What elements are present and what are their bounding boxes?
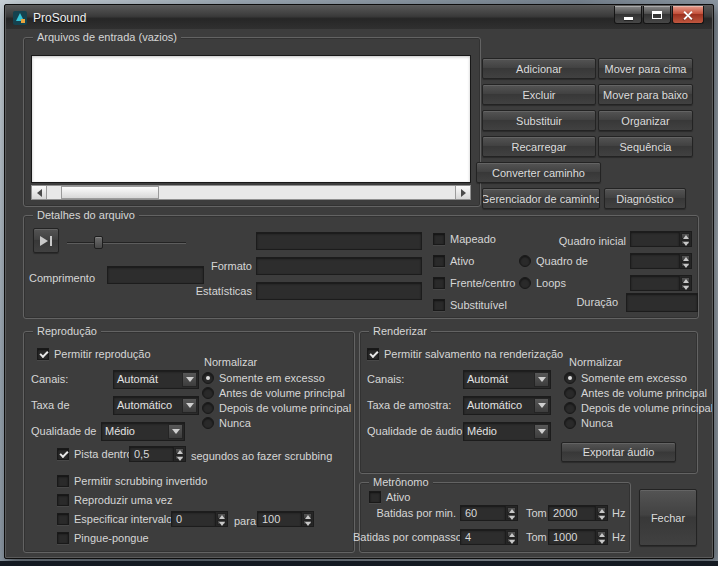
spinner-up-icon[interactable]	[681, 233, 690, 239]
listbox-hscrollbar[interactable]	[31, 185, 471, 200]
scrub-seconds-input[interactable]: 0,5	[129, 446, 173, 462]
range-from-spinner[interactable]: 0	[171, 511, 228, 527]
reload-button[interactable]: Recarregar	[482, 136, 596, 157]
render-normalize-before-radio[interactable]	[564, 387, 576, 399]
spinner-up-icon[interactable]	[175, 448, 184, 454]
front-center-checkbox[interactable]	[433, 277, 445, 289]
titlebar[interactable]: ProSound	[6, 6, 712, 29]
spinner-down-icon[interactable]	[597, 514, 606, 520]
app-icon[interactable]	[13, 11, 27, 25]
loops-radio[interactable]	[519, 277, 531, 289]
format-field[interactable]	[256, 257, 422, 275]
file-name-field[interactable]	[256, 232, 422, 250]
volume-slider-handle[interactable]	[94, 236, 103, 249]
render-normalize-excess-radio[interactable]	[564, 372, 576, 384]
range-to-spinner[interactable]: 100	[257, 511, 314, 527]
spinner-up-icon[interactable]	[507, 531, 516, 537]
statistics-field[interactable]	[256, 282, 422, 300]
spinner-up-icon[interactable]	[681, 277, 690, 283]
close-dialog-button[interactable]: Fechar	[639, 489, 697, 546]
tone-low-input[interactable]: 1000	[548, 529, 595, 545]
spinner-down-icon[interactable]	[681, 284, 690, 290]
playback-normalize-after-radio[interactable]	[202, 402, 214, 414]
chevron-down-icon[interactable]	[534, 372, 549, 387]
frame-of-radio[interactable]	[519, 255, 531, 267]
start-frame-spinner[interactable]	[630, 231, 692, 247]
move-up-button[interactable]: Mover para cima	[598, 58, 693, 79]
playback-normalize-never-radio[interactable]	[202, 417, 214, 429]
loops-input[interactable]	[630, 275, 679, 291]
render-normalize-after-radio[interactable]	[564, 402, 576, 414]
scrub-checkbox[interactable]	[57, 448, 69, 460]
volume-slider-track[interactable]	[67, 242, 186, 244]
enable-playback-checkbox[interactable]	[37, 348, 49, 360]
invert-scrub-checkbox[interactable]	[57, 475, 69, 487]
chevron-down-icon[interactable]	[182, 398, 197, 413]
frame-of-spinner[interactable]	[630, 253, 692, 269]
spinner-down-icon[interactable]	[175, 455, 184, 461]
spinner-down-icon[interactable]	[217, 520, 226, 526]
range-to-input[interactable]: 100	[257, 511, 301, 527]
path-manager-button[interactable]: Gerenciador de caminho	[482, 188, 600, 209]
organize-button[interactable]: Organizar	[598, 110, 693, 131]
replaceable-checkbox[interactable]	[433, 299, 445, 311]
metronome-active-checkbox[interactable]	[369, 491, 381, 503]
bpm-spinner[interactable]: 60	[460, 505, 518, 521]
playback-normalize-before-radio[interactable]	[202, 387, 214, 399]
tone-high-spinner[interactable]: 2000	[548, 505, 608, 521]
tone-low-spinner[interactable]: 1000	[548, 529, 608, 545]
render-quality-select[interactable]: Médio	[463, 422, 551, 441]
range-from-input[interactable]: 0	[171, 511, 215, 527]
replace-button[interactable]: Substituir	[482, 110, 596, 131]
diagnostics-button[interactable]: Diagnóstico	[604, 188, 686, 209]
loops-spinner[interactable]	[630, 275, 692, 291]
chevron-down-icon[interactable]	[534, 424, 549, 439]
export-audio-button[interactable]: Exportar áudio	[561, 442, 676, 462]
range-checkbox[interactable]	[57, 513, 69, 525]
spinner-up-icon[interactable]	[507, 507, 516, 513]
convert-path-button[interactable]: Converter caminho	[476, 162, 601, 183]
chevron-down-icon[interactable]	[168, 424, 183, 439]
move-down-button[interactable]: Mover para baixo	[598, 84, 693, 105]
active-checkbox[interactable]	[433, 255, 445, 267]
scroll-thumb[interactable]	[61, 186, 159, 199]
spinner-up-icon[interactable]	[217, 513, 226, 519]
spinner-down-icon[interactable]	[681, 240, 690, 246]
enable-render-checkbox[interactable]	[367, 348, 379, 360]
beats-input[interactable]: 4	[460, 529, 505, 545]
spinner-up-icon[interactable]	[303, 513, 312, 519]
remove-button[interactable]: Excluir	[482, 84, 596, 105]
playback-quality-select[interactable]: Médio	[101, 422, 185, 441]
chevron-down-icon[interactable]	[534, 398, 549, 413]
scrub-seconds-spinner[interactable]: 0,5	[129, 446, 186, 462]
beats-spinner[interactable]: 4	[460, 529, 518, 545]
render-normalize-never-radio[interactable]	[564, 417, 576, 429]
chevron-down-icon[interactable]	[182, 372, 197, 387]
frame-of-input[interactable]	[630, 253, 679, 269]
scroll-track[interactable]	[47, 186, 455, 199]
spinner-up-icon[interactable]	[597, 507, 606, 513]
playback-rate-select[interactable]: Automático	[113, 396, 199, 415]
spinner-down-icon[interactable]	[303, 520, 312, 526]
add-button[interactable]: Adicionar	[482, 58, 596, 79]
maximize-button[interactable]	[643, 6, 671, 24]
render-rate-select[interactable]: Automático	[463, 396, 551, 415]
spinner-down-icon[interactable]	[507, 514, 516, 520]
spinner-up-icon[interactable]	[681, 255, 690, 261]
duration-field[interactable]	[626, 293, 698, 312]
tone-high-input[interactable]: 2000	[548, 505, 595, 521]
minimize-button[interactable]	[614, 6, 642, 24]
input-files-listbox[interactable]	[31, 55, 471, 183]
render-channels-select[interactable]: Automát	[463, 370, 551, 389]
close-button[interactable]	[672, 6, 704, 24]
mapped-checkbox[interactable]	[433, 233, 445, 245]
play-button[interactable]	[33, 228, 59, 253]
playback-normalize-excess-radio[interactable]	[202, 372, 214, 384]
bpm-input[interactable]: 60	[460, 505, 505, 521]
start-frame-input[interactable]	[630, 231, 679, 247]
playback-channels-select[interactable]: Automát	[113, 370, 199, 389]
ping-pong-checkbox[interactable]	[57, 532, 69, 544]
spinner-down-icon[interactable]	[507, 538, 516, 544]
spinner-up-icon[interactable]	[597, 531, 606, 537]
spinner-down-icon[interactable]	[597, 538, 606, 544]
